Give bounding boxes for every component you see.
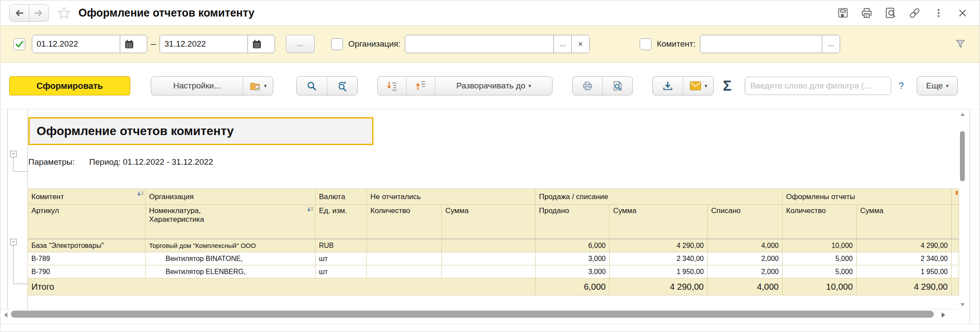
sort-ascending-icon[interactable] <box>307 207 314 213</box>
komitent-select-button[interactable]: ... <box>822 35 840 53</box>
cell-rep-sum[interactable]: 1 950,00 <box>857 265 952 278</box>
cell-rep-sum[interactable]: 2 340,00 <box>857 252 952 265</box>
period-to-calendar-button[interactable] <box>248 35 266 53</box>
more-actions-button[interactable]: Еще ▾ <box>917 76 958 95</box>
favorite-star-icon[interactable] <box>57 6 71 20</box>
back-button[interactable] <box>10 5 29 21</box>
cell-nomenclature[interactable]: Вентилятор ELENBERG, <box>146 265 315 278</box>
cell-nr-sum[interactable] <box>442 252 536 265</box>
report-variants-button[interactable]: ▾ <box>243 77 273 95</box>
expand-groups-button[interactable] <box>378 77 406 95</box>
vertical-scrollbar[interactable] <box>959 111 966 308</box>
header-written-off[interactable]: Списано <box>708 205 783 239</box>
group-collapse-box-report[interactable] <box>10 151 17 157</box>
cell-written-off[interactable]: 4,000 <box>708 239 783 252</box>
header-group-not-reported[interactable]: Не отчитались <box>367 189 536 205</box>
period-variants-button[interactable]: ... <box>286 35 315 53</box>
total-rep-sum[interactable]: 4 290,00 <box>857 278 952 295</box>
organization-select-button[interactable]: ... <box>553 35 571 53</box>
quick-filter-input[interactable] <box>745 77 891 95</box>
cell-nr-sum[interactable] <box>442 239 536 252</box>
period-to-input[interactable] <box>160 35 248 53</box>
header-organization[interactable]: Организация <box>146 189 315 205</box>
header-nr-sum[interactable]: Сумма <box>442 205 536 239</box>
organization-clear-button[interactable]: × <box>571 35 589 53</box>
cell-sold[interactable]: 6,000 <box>536 239 610 252</box>
cell-article[interactable]: В-790 <box>28 265 146 278</box>
search-button[interactable] <box>297 77 327 95</box>
cell-nr-qty[interactable] <box>367 239 442 252</box>
sort-ascending-icon[interactable] <box>137 191 144 197</box>
cell-written-off[interactable]: 2,000 <box>708 252 783 265</box>
generate-button[interactable]: Сформировать <box>9 76 130 95</box>
header-sold-sum[interactable]: Сумма <box>610 205 708 239</box>
komitent-checkbox[interactable] <box>640 38 651 50</box>
cell-sold-sum[interactable]: 4 290,00 <box>610 239 708 252</box>
forward-button[interactable] <box>29 5 48 21</box>
settings-button[interactable]: Настройки... <box>151 77 243 95</box>
link-icon[interactable] <box>908 7 921 20</box>
header-unit[interactable]: Ед. изм. <box>315 205 367 239</box>
cell-nr-qty[interactable] <box>367 265 442 278</box>
cell-rep-qty[interactable]: 5,000 <box>783 252 857 265</box>
cell-sold-sum[interactable]: 2 340,00 <box>610 252 708 265</box>
group-collapse-box-data[interactable] <box>10 239 17 245</box>
vertical-scroll-thumb[interactable] <box>960 131 965 181</box>
help-button[interactable]: ? <box>899 80 904 91</box>
cell-currency[interactable]: RUB <box>315 239 367 252</box>
cell-unit[interactable]: шт <box>315 252 367 265</box>
cell-komitent[interactable]: База "Электротовары" <box>28 239 146 252</box>
total-label[interactable]: Итого <box>28 278 536 295</box>
cell-rep-qty[interactable]: 10,000 <box>783 239 857 252</box>
header-rep-sum[interactable]: Сумма <box>857 205 952 239</box>
print-preview-icon[interactable] <box>884 7 897 20</box>
cell-nr-qty[interactable] <box>367 252 442 265</box>
header-nr-qty[interactable]: Количество <box>367 205 442 239</box>
more-menu-kebab-icon[interactable] <box>932 7 945 20</box>
header-nomenclature[interactable]: Номенклатура, Характеристика <box>146 205 315 239</box>
period-from-calendar-button[interactable] <box>120 35 138 53</box>
cell-rep-sum[interactable]: 4 290,00 <box>857 239 952 252</box>
total-rep-qty[interactable]: 10,000 <box>783 278 857 295</box>
header-komitent[interactable]: Комитент <box>28 189 146 205</box>
cell-rep-qty[interactable]: 5,000 <box>783 265 857 278</box>
cell-nomenclature[interactable]: Вентилятор BINATONE, <box>146 252 315 265</box>
filter-funnel-icon[interactable] <box>954 38 966 50</box>
cell-article[interactable]: В-789 <box>28 252 146 265</box>
total-sold[interactable]: 6,000 <box>536 278 610 295</box>
scroll-left-arrow[interactable] <box>4 312 7 318</box>
cell-sold[interactable]: 3,000 <box>536 265 610 278</box>
send-email-button[interactable]: ▾ <box>683 77 713 95</box>
autosum-button[interactable]: Σ <box>723 78 732 94</box>
save-to-file-button[interactable] <box>653 77 683 95</box>
period-from-input[interactable] <box>32 35 120 53</box>
print-preview-button[interactable] <box>602 77 632 95</box>
organization-checkbox[interactable] <box>331 38 343 50</box>
period-checkbox[interactable] <box>14 38 25 50</box>
cell-sold-sum[interactable]: 1 950,00 <box>610 265 708 278</box>
search-next-button[interactable] <box>327 77 357 95</box>
header-article[interactable]: Артикул <box>28 205 146 239</box>
header-group-reports-issued[interactable]: Оформлены отчеты <box>783 189 952 205</box>
cell-sold[interactable]: 3,000 <box>536 252 610 265</box>
collapse-groups-button[interactable] <box>406 77 435 95</box>
horizontal-scroll-thumb[interactable] <box>11 311 934 318</box>
close-icon[interactable] <box>956 7 969 20</box>
total-sold-sum[interactable]: 4 290,00 <box>610 278 708 295</box>
total-written-off[interactable]: 4,000 <box>708 278 783 295</box>
header-currency[interactable]: Валюта <box>315 189 367 205</box>
expand-to-button[interactable]: Разворачивать до ▾ <box>435 77 552 95</box>
cell-written-off[interactable]: 2,000 <box>708 265 783 278</box>
scroll-right-arrow[interactable] <box>942 312 945 318</box>
cell-nr-sum[interactable] <box>442 265 536 278</box>
header-group-sales-writeoff[interactable]: Продажа / списание <box>536 189 783 205</box>
scroll-down-arrow[interactable] <box>960 303 965 306</box>
header-rep-qty[interactable]: Количество <box>783 205 857 239</box>
save-icon[interactable] <box>836 7 849 20</box>
header-sold[interactable]: Продано <box>536 205 610 239</box>
print-report-button[interactable] <box>573 77 602 95</box>
print-icon[interactable] <box>860 7 873 20</box>
organization-input[interactable] <box>405 35 553 53</box>
cell-unit[interactable]: шт <box>315 265 367 278</box>
scroll-up-arrow[interactable] <box>960 113 965 116</box>
